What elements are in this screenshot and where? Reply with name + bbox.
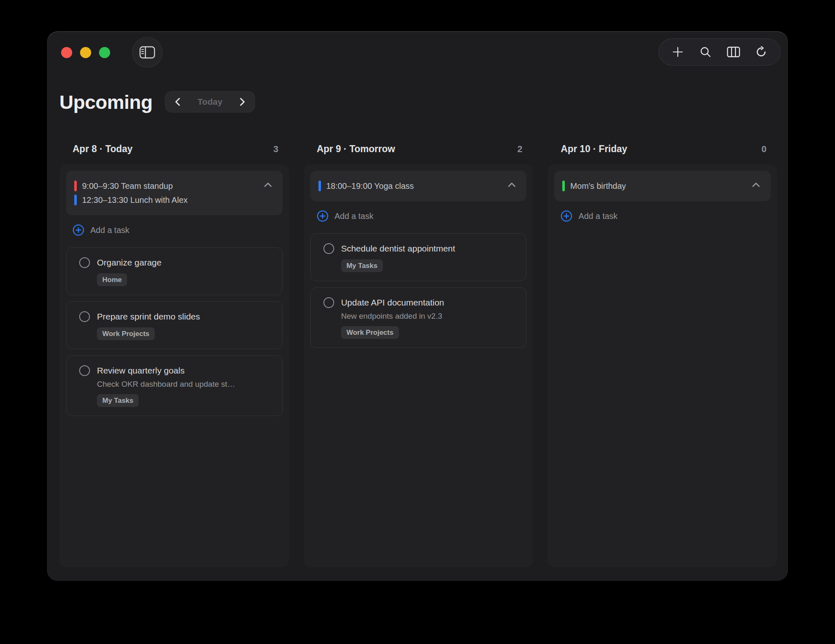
- toolbar: [658, 38, 781, 66]
- previous-period-button[interactable]: [169, 93, 187, 111]
- task-notes: New endpoints added in v2.3: [341, 311, 444, 322]
- event-color-bar: [74, 181, 77, 191]
- event-title: 18:00–19:00 Yoga class: [326, 181, 414, 191]
- refresh-button[interactable]: [753, 44, 769, 60]
- task-project-tag: Work Projects: [341, 326, 399, 339]
- task-title: Review quarterly goals: [97, 364, 235, 377]
- column-header: Apr 9 · Tomorrow 2: [304, 143, 533, 155]
- plus-icon: [672, 46, 684, 58]
- task-body: Update API documentation New endpoints a…: [341, 296, 444, 339]
- calendar-event[interactable]: 18:00–19:00 Yoga class: [318, 179, 519, 193]
- plus-circle-icon: [317, 210, 328, 222]
- events-card: Mom's birthday: [554, 171, 771, 201]
- add-task-label: Add a task: [578, 212, 618, 221]
- today-button[interactable]: Today: [187, 97, 233, 107]
- collapse-events-button[interactable]: [508, 182, 516, 187]
- minimize-window-button[interactable]: [80, 47, 91, 58]
- task-checkbox[interactable]: [323, 297, 334, 308]
- event-title: Mom's birthday: [570, 181, 626, 191]
- column-title: Apr 9 · Tomorrow: [317, 143, 395, 155]
- column-header: Apr 10 · Friday 0: [547, 143, 777, 155]
- titlebar: [47, 31, 788, 74]
- toggle-sidebar-button[interactable]: [132, 37, 163, 68]
- event-title: 12:30–13:30 Lunch with Alex: [82, 195, 188, 205]
- refresh-icon: [755, 46, 767, 58]
- search-button[interactable]: [697, 44, 714, 60]
- add-task-button[interactable]: Add a task: [317, 207, 374, 225]
- task-checkbox[interactable]: [79, 365, 90, 376]
- task-checkbox[interactable]: [79, 257, 90, 268]
- column-body: 18:00–19:00 Yoga class: [304, 164, 533, 567]
- add-task-button[interactable]: Add a task: [73, 221, 130, 239]
- task-card[interactable]: Organize garage Home: [66, 247, 283, 295]
- day-column: Apr 10 · Friday 0 Mom's birthday: [547, 143, 777, 567]
- event-color-bar: [74, 195, 77, 205]
- chevron-up-icon: [264, 182, 272, 187]
- task-card[interactable]: Prepare sprint demo slides Work Projects: [66, 301, 283, 349]
- close-window-button[interactable]: [61, 47, 72, 58]
- add-task-label: Add a task: [335, 212, 374, 221]
- column-task-count: 0: [762, 144, 767, 155]
- add-task-label: Add a task: [90, 226, 130, 235]
- task-card[interactable]: Schedule dentist appointment My Tasks: [310, 233, 527, 281]
- collapse-events-button[interactable]: [752, 182, 760, 187]
- columns-icon: [727, 47, 740, 57]
- task-checkbox[interactable]: [323, 243, 334, 254]
- new-item-button[interactable]: [670, 44, 686, 60]
- collapse-events-button[interactable]: [264, 182, 272, 187]
- zoom-window-button[interactable]: [99, 47, 110, 58]
- day-column: Apr 8 · Today 3 9:00–9:30 Team standup 1…: [59, 143, 289, 567]
- task-body: Organize garage Home: [97, 256, 161, 286]
- task-checkbox[interactable]: [79, 311, 90, 322]
- events-card: 18:00–19:00 Yoga class: [310, 171, 527, 201]
- task-body: Schedule dentist appointment My Tasks: [341, 242, 455, 272]
- column-task-count: 2: [517, 144, 522, 155]
- task-project-tag: My Tasks: [341, 259, 383, 272]
- event-rows: Mom's birthday: [562, 179, 762, 193]
- column-title: Apr 10 · Friday: [561, 143, 627, 155]
- task-title: Organize garage: [97, 256, 161, 269]
- task-body: Review quarterly goals Check OKR dashboa…: [97, 364, 235, 407]
- chevron-up-icon: [508, 182, 516, 187]
- task-list: Organize garage Home Prepare sprint demo…: [66, 247, 283, 416]
- event-color-bar: [562, 181, 565, 191]
- chevron-left-icon: [175, 98, 180, 106]
- desktop-background: Upcoming Today: [0, 0, 835, 644]
- calendar-event[interactable]: Mom's birthday: [562, 179, 762, 193]
- column-body: Mom's birthday: [547, 164, 777, 567]
- task-title: Update API documentation: [341, 296, 444, 309]
- column-task-count: 3: [273, 144, 278, 155]
- calendar-event[interactable]: 12:30–13:30 Lunch with Alex: [74, 193, 274, 207]
- task-card[interactable]: Review quarterly goals Check OKR dashboa…: [66, 355, 283, 416]
- column-header: Apr 8 · Today 3: [59, 143, 289, 155]
- task-title: Prepare sprint demo slides: [97, 310, 200, 323]
- event-rows: 9:00–9:30 Team standup 12:30–13:30 Lunch…: [74, 179, 274, 207]
- task-project-tag: Home: [97, 273, 127, 286]
- traffic-lights: [61, 47, 110, 58]
- chevron-right-icon: [240, 98, 245, 106]
- page-header: Upcoming Today: [47, 90, 788, 114]
- date-navigator: Today: [165, 91, 255, 113]
- event-color-bar: [318, 181, 321, 191]
- task-body: Prepare sprint demo slides Work Projects: [97, 310, 200, 340]
- sidebar-toggle-icon: [139, 46, 155, 59]
- column-title: Apr 8 · Today: [73, 143, 132, 155]
- event-rows: 18:00–19:00 Yoga class: [318, 179, 519, 193]
- plus-circle-icon: [561, 210, 572, 222]
- board: Apr 8 · Today 3 9:00–9:30 Team standup 1…: [47, 143, 788, 567]
- events-card: 9:00–9:30 Team standup 12:30–13:30 Lunch…: [66, 171, 283, 215]
- task-notes: Check OKR dashboard and update st…: [97, 379, 235, 390]
- next-period-button[interactable]: [233, 93, 251, 111]
- calendar-event[interactable]: 9:00–9:30 Team standup: [74, 179, 274, 193]
- task-card[interactable]: Update API documentation New endpoints a…: [310, 287, 527, 348]
- column-body: 9:00–9:30 Team standup 12:30–13:30 Lunch…: [59, 164, 289, 567]
- task-title: Schedule dentist appointment: [341, 242, 455, 255]
- task-list: Schedule dentist appointment My Tasks Up…: [310, 233, 527, 348]
- plus-circle-icon: [73, 224, 84, 236]
- add-task-button[interactable]: Add a task: [561, 207, 618, 225]
- columns-view-button[interactable]: [725, 44, 742, 60]
- chevron-up-icon: [752, 182, 760, 187]
- day-column: Apr 9 · Tomorrow 2 18:00–19:00 Yoga clas…: [304, 143, 533, 567]
- app-window: Upcoming Today: [47, 31, 788, 581]
- event-title: 9:00–9:30 Team standup: [82, 181, 173, 191]
